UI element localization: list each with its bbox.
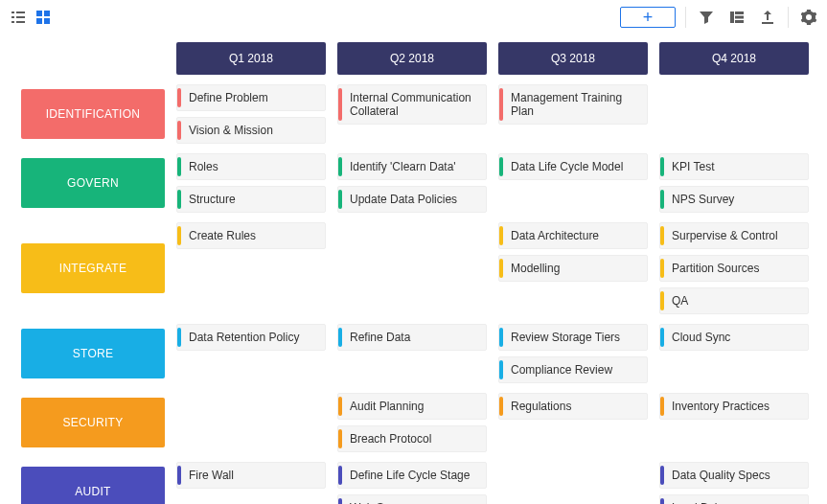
divider [788,7,789,28]
board-cell [176,393,326,418]
grid-view-icon[interactable] [33,7,54,28]
card[interactable]: Roles [176,153,326,180]
board-cell: Create Rules [176,222,326,249]
board-cell: Define Life Cycle StageWeb Server [337,462,487,504]
board-cell: Management Training Plan [498,84,648,125]
divider [685,7,686,28]
card[interactable]: Define Life Cycle Stage [337,462,487,489]
board-cell: Cloud Sync [659,324,809,351]
svg-rect-9 [44,18,50,24]
card[interactable]: Breach Protocol [337,425,487,452]
toolbar: + [0,0,827,34]
board-cell: Define ProblemVision & Mission [176,84,326,144]
board-cell [498,462,648,487]
svg-rect-13 [735,20,744,23]
board-grid: Q1 2018Q2 2018Q3 2018Q4 2018IDENTIFICATI… [21,42,819,504]
board-cell: Audit PlanningBreach Protocol [337,393,487,452]
board-cell [337,222,487,247]
card[interactable]: Partition Sources [659,255,809,282]
card[interactable]: Load Balancer [659,494,809,504]
svg-rect-10 [730,11,734,23]
card[interactable]: Refine Data [337,324,487,351]
board-cell: Surpervise & ControlPartition SourcesQA [659,222,809,314]
svg-rect-8 [36,18,42,24]
board-cell: Data ArchitectureModelling [498,222,648,282]
svg-rect-11 [735,11,744,14]
card[interactable]: Data Life Cycle Model [498,153,648,180]
svg-rect-12 [735,15,744,18]
card[interactable]: Create Rules [176,222,326,249]
board-cell: Identify 'Clearn Data'Update Data Polici… [337,153,487,213]
row-label: SECURITY [21,398,165,447]
svg-rect-3 [16,11,25,13]
column-header: Q1 2018 [176,42,326,75]
column-header: Q3 2018 [498,42,648,75]
card[interactable]: KPI Test [659,153,809,180]
card[interactable]: Regulations [498,393,648,420]
add-button-label: + [643,9,654,26]
card[interactable]: Internal Communication Collateral [337,84,487,125]
svg-rect-7 [44,11,50,16]
toolbar-right: + [620,7,819,28]
card[interactable]: Define Problem [176,84,326,111]
board: Q1 2018Q2 2018Q3 2018Q4 2018IDENTIFICATI… [0,34,827,504]
card[interactable]: Data Retention Policy [176,324,326,351]
row-label: AUDIT [21,467,165,504]
list-view-icon[interactable] [8,7,29,28]
svg-rect-6 [36,11,42,16]
svg-rect-2 [11,21,14,23]
card[interactable]: Identify 'Clearn Data' [337,153,487,180]
corner-spacer [21,42,165,75]
row-label: IDENTIFICATION [21,89,165,139]
card[interactable]: Web Server [337,494,487,504]
gear-icon[interactable] [798,7,819,28]
card[interactable]: Fire Wall [176,462,326,489]
card[interactable]: NPS Survey [659,186,809,213]
board-cell: KPI TestNPS Survey [659,153,809,213]
row-label: INTEGRATE [21,243,165,293]
card[interactable]: Update Data Policies [337,186,487,213]
card[interactable]: Modelling [498,255,648,282]
board-cell: Internal Communication Collateral [337,84,487,125]
card[interactable]: Vision & Mission [176,117,326,144]
column-header: Q2 2018 [337,42,487,75]
svg-rect-0 [11,11,14,13]
card[interactable]: Data Quality Specs [659,462,809,489]
card[interactable]: Structure [176,186,326,213]
svg-rect-1 [11,16,14,18]
board-cell: Data Retention Policy [176,324,326,351]
board-cell: Data Life Cycle Model [498,153,648,180]
board-cell [659,84,809,109]
view-switcher [8,7,54,28]
card[interactable]: Compliance Review [498,356,648,383]
card[interactable]: Review Storage Tiers [498,324,648,351]
board-cell: Regulations [498,393,648,420]
card[interactable]: Data Architecture [498,222,648,249]
board-cell: Inventory Practices [659,393,809,420]
row-label: STORE [21,329,165,378]
card[interactable]: Cloud Sync [659,324,809,351]
card[interactable]: Surpervise & Control [659,222,809,249]
board-cell: Fire Wall [176,462,326,489]
svg-rect-4 [16,16,25,18]
board-cell: RolesStructure [176,153,326,213]
add-button[interactable]: + [620,7,676,28]
column-header: Q4 2018 [659,42,809,75]
card[interactable]: Audit Planning [337,393,487,420]
filter-icon[interactable] [696,7,717,28]
row-label: GOVERN [21,158,165,208]
card[interactable]: QA [659,287,809,314]
columns-icon[interactable] [726,7,747,28]
board-cell: Refine Data [337,324,487,351]
export-icon[interactable] [757,7,778,28]
board-cell: Data Quality SpecsLoad Balancer [659,462,809,504]
svg-rect-5 [16,21,25,23]
board-cell: Review Storage TiersCompliance Review [498,324,648,383]
card[interactable]: Inventory Practices [659,393,809,420]
card[interactable]: Management Training Plan [498,84,648,125]
